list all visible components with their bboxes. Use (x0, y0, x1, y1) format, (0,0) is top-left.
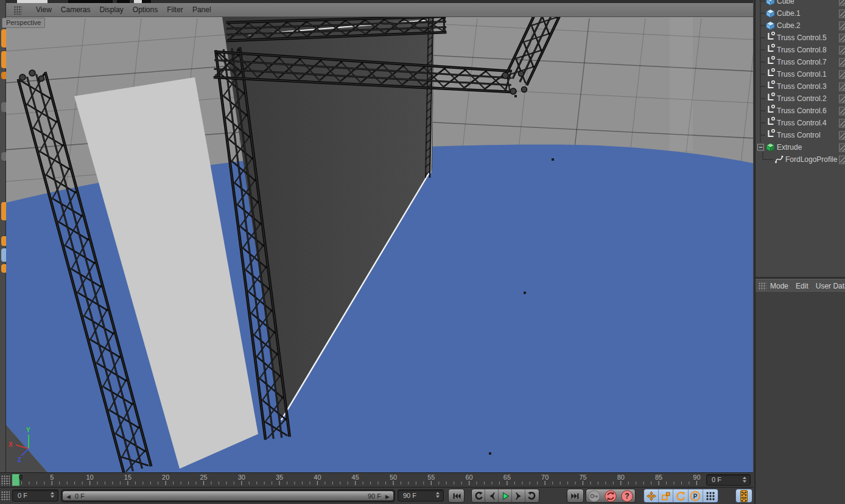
object-manager-tree[interactable]: CubeCube.1Cube.2Truss Control.5Truss Con… (756, 0, 845, 277)
scene-point-marker[interactable] (552, 158, 554, 161)
range-start-spinner-icon[interactable] (51, 492, 55, 499)
layer-hatch-icon[interactable] (840, 131, 845, 139)
scene-point-marker[interactable] (489, 452, 491, 455)
ruler-number: 90 (693, 474, 700, 481)
record-position-icon (646, 491, 657, 502)
transport-grip[interactable] (1, 491, 10, 501)
ruler-number: 0 (19, 474, 23, 481)
layer-hatch-icon[interactable] (840, 10, 845, 18)
record-position-button[interactable] (644, 489, 659, 502)
attribute-menu-edit[interactable]: Edit (796, 282, 808, 290)
object-label[interactable]: FordLogoProfile (785, 155, 838, 164)
object-label[interactable]: Truss Control.1 (777, 70, 827, 79)
keying-group: ? (586, 489, 636, 503)
range-bar-start-label: 0 F (75, 492, 85, 500)
range-nudge-left-icon[interactable]: ◀ (66, 494, 71, 500)
object-label[interactable]: Truss Control.2 (777, 94, 827, 103)
axis-y-label: Y (26, 427, 30, 433)
record-scale-button[interactable] (659, 489, 673, 502)
object-label[interactable]: Cube.2 (777, 21, 801, 30)
object-label[interactable]: Extrude (777, 143, 802, 152)
range-start-field[interactable]: 0 F (12, 489, 58, 502)
attribute-manager-empty[interactable] (756, 293, 845, 504)
record-rotation-icon (675, 491, 686, 502)
record-point-level-icon (705, 491, 716, 502)
goto-start-button[interactable] (448, 489, 465, 503)
next-frame-button[interactable] (512, 489, 525, 502)
layer-hatch-icon[interactable] (840, 83, 845, 91)
range-nudge-right-icon[interactable]: ▶ (385, 494, 390, 500)
scene-point-marker[interactable] (524, 292, 526, 294)
menubar-grip[interactable] (14, 6, 22, 15)
play-icon (500, 491, 510, 501)
ruler-number: 50 (390, 474, 397, 481)
attribute-menu-mode[interactable]: Mode (770, 282, 788, 290)
play-backward-button[interactable] (472, 489, 485, 502)
svg-text:P: P (693, 492, 698, 499)
range-end-field[interactable]: 90 F (398, 489, 444, 502)
object-label[interactable]: Truss Control.5 (777, 33, 827, 42)
timeline-window-button[interactable] (735, 489, 752, 503)
viewport-menu-cameras[interactable]: Cameras (61, 5, 91, 14)
attribute-manager-menubar: ModeEditUser Data (756, 279, 845, 293)
viewport-menu-options[interactable]: Options (133, 5, 158, 14)
current-frame-field[interactable]: 0 F (706, 474, 751, 486)
object-label[interactable]: Cube (777, 0, 794, 5)
object-label[interactable]: Truss Control.6 (777, 107, 827, 115)
attribute-menubar-grip[interactable] (759, 282, 766, 290)
viewport-menu-view[interactable]: View (36, 5, 52, 14)
viewport-menu-display[interactable]: Display (99, 5, 123, 14)
viewport-menu-filter[interactable]: Filter (167, 5, 183, 14)
layer-hatch-icon[interactable] (840, 0, 845, 5)
ruler-number: 60 (465, 474, 472, 481)
current-frame-value: 0 F (712, 476, 721, 483)
range-end-spinner-icon[interactable] (436, 492, 441, 499)
frame-spinner-icon[interactable] (743, 477, 748, 484)
layer-hatch-icon[interactable] (840, 71, 845, 79)
goto-end-icon (570, 491, 580, 501)
play-button[interactable] (499, 489, 512, 502)
layer-hatch-icon[interactable] (840, 119, 845, 127)
keyframe-button[interactable] (586, 489, 603, 502)
autokey-button[interactable] (603, 489, 619, 502)
viewport-menubar: ViewCamerasDisplayOptionsFilterPanel (6, 3, 753, 17)
object-label[interactable]: Cube.1 (777, 9, 801, 18)
ruler-number: 10 (86, 474, 93, 481)
viewport-3d-scene[interactable]: YXZ (6, 17, 753, 472)
preview-range-slider[interactable]: ◀ 0 F 90 F ▶ (61, 489, 395, 502)
attribute-menu-user-data[interactable]: User Data (816, 282, 845, 290)
object-label[interactable]: Truss Control.8 (777, 46, 827, 54)
ruler-ticks[interactable]: 051015202530354045505560657075808590 (0, 473, 703, 487)
record-parameter-button[interactable]: P (689, 489, 703, 502)
axis-x-label: X (9, 441, 13, 448)
viewport-camera-label[interactable]: Perspective (2, 18, 45, 28)
goto-end-button[interactable] (567, 489, 584, 503)
layer-hatch-icon[interactable] (840, 46, 845, 54)
viewport-menu-panel[interactable]: Panel (192, 5, 211, 14)
preview-range-bar[interactable]: ◀ 0 F 90 F ▶ (63, 491, 393, 500)
help-button[interactable]: ? (619, 489, 635, 502)
layer-hatch-icon[interactable] (840, 156, 845, 164)
layer-hatch-icon[interactable] (840, 144, 845, 152)
timeline-ruler[interactable]: 051015202530354045505560657075808590 0 F (0, 472, 753, 488)
goto-start-icon (452, 491, 461, 501)
object-label[interactable]: Truss Control.7 (777, 58, 827, 66)
record-rotation-button[interactable] (673, 489, 688, 502)
ruler-number: 70 (541, 474, 549, 481)
playback-group (471, 489, 539, 503)
layer-hatch-icon[interactable] (840, 34, 845, 42)
object-label[interactable]: Truss Control.4 (777, 119, 827, 127)
viewport-3d-canvas[interactable]: YXZ (6, 17, 753, 472)
play-forward-button[interactable] (525, 489, 539, 502)
layer-hatch-icon[interactable] (840, 107, 845, 115)
record-point-level-button[interactable] (703, 489, 718, 502)
object-label[interactable]: Truss Control (777, 131, 821, 139)
ruler-number: 65 (503, 474, 511, 481)
layer-hatch-icon[interactable] (840, 58, 845, 66)
layer-hatch-icon[interactable] (840, 95, 845, 103)
previous-frame-button[interactable] (485, 489, 499, 502)
layer-hatch-icon[interactable] (840, 22, 845, 30)
object-label[interactable]: Truss Control.3 (777, 82, 827, 91)
scene-point-marker[interactable] (514, 95, 517, 97)
ruler-number: 40 (314, 474, 321, 481)
